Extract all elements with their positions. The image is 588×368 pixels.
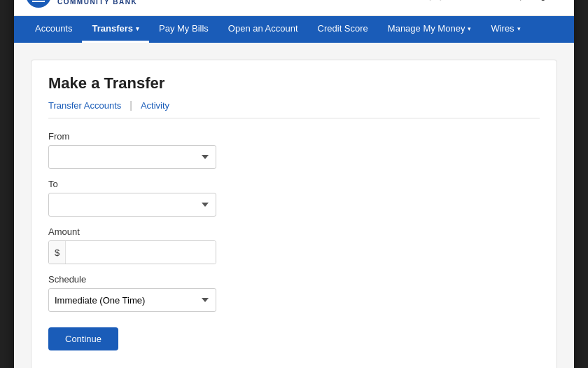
wires-chevron-icon: ▾ <box>517 25 521 32</box>
logo-line2: COMMUNITY BANK <box>57 0 137 6</box>
schedule-label: Schedule <box>48 274 540 285</box>
nav-label-credit-score: Credit Score <box>318 23 368 34</box>
user-menu[interactable]: Maverick Test ▾ <box>428 0 510 3</box>
amount-input[interactable] <box>66 241 216 264</box>
user-icon <box>428 0 443 3</box>
main-content: Make a Transfer Transfer Accounts | Acti… <box>14 43 574 368</box>
nav-label-open-account: Open an Account <box>228 23 298 34</box>
subnav-activity[interactable]: Activity <box>141 100 169 111</box>
amount-input-wrapper: $ <box>48 240 216 264</box>
nav-item-pay-bills[interactable]: Pay My Bills <box>149 16 218 43</box>
nav-item-open-account[interactable]: Open an Account <box>218 16 308 43</box>
continue-button[interactable]: Continue <box>48 327 118 350</box>
schedule-select[interactable]: Immediate (One Time) Scheduled Recurring <box>48 288 216 312</box>
amount-prefix: $ <box>49 241 66 264</box>
user-name: Maverick Test <box>447 0 503 1</box>
nav-item-manage-money[interactable]: Manage My Money ▾ <box>378 16 482 43</box>
from-label: From <box>48 131 540 142</box>
to-label: To <box>48 179 540 189</box>
user-area: Maverick Test ▾ | Log Out <box>428 0 563 3</box>
nav-item-credit-score[interactable]: Credit Score <box>308 16 378 43</box>
browser-window: First Federal COMMUNITY BANK Maverick Te… <box>14 0 574 368</box>
logo-text: First Federal COMMUNITY BANK <box>57 0 137 6</box>
nav-label-wires: Wires <box>491 23 514 34</box>
nav-label-pay-bills: Pay My Bills <box>159 23 209 34</box>
sub-nav: Transfer Accounts | Activity <box>48 100 540 118</box>
nav-item-transfers[interactable]: Transfers ▾ <box>82 16 149 43</box>
manage-money-chevron-icon: ▾ <box>468 25 471 32</box>
transfers-chevron-icon: ▾ <box>136 25 139 32</box>
nav-label-transfers: Transfers <box>92 23 133 34</box>
header-separator: | <box>519 0 522 1</box>
bank-logo-icon <box>25 0 52 8</box>
content-card: Make a Transfer Transfer Accounts | Acti… <box>31 60 557 368</box>
page-title: Make a Transfer <box>48 74 540 93</box>
from-field-group: From <box>48 131 540 169</box>
subnav-transfer-accounts[interactable]: Transfer Accounts <box>48 100 121 111</box>
subnav-divider: | <box>130 100 132 111</box>
top-bar: First Federal COMMUNITY BANK Maverick Te… <box>14 0 574 16</box>
nav-bar: Accounts Transfers ▾ Pay My Bills Open a… <box>14 16 574 43</box>
amount-field-group: Amount $ <box>48 226 540 264</box>
logo-area: First Federal COMMUNITY BANK <box>25 0 137 8</box>
to-select[interactable] <box>48 193 216 217</box>
logout-button[interactable]: Log Out <box>531 0 563 1</box>
from-select[interactable] <box>48 145 216 169</box>
schedule-field-group: Schedule Immediate (One Time) Scheduled … <box>48 274 540 312</box>
nav-label-accounts: Accounts <box>35 23 72 34</box>
nav-item-accounts[interactable]: Accounts <box>25 16 82 43</box>
nav-label-manage-money: Manage My Money <box>388 23 465 34</box>
amount-label: Amount <box>48 226 540 237</box>
to-field-group: To <box>48 179 540 217</box>
nav-item-wires[interactable]: Wires ▾ <box>481 16 530 43</box>
